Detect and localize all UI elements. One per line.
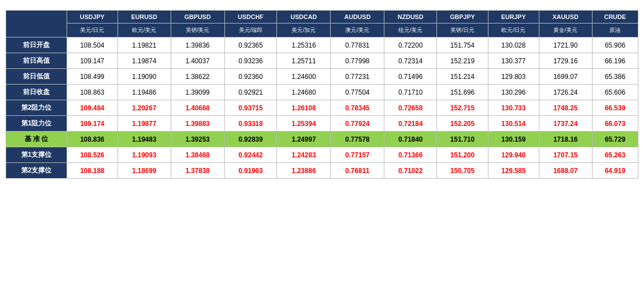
cell-1-2: 1.40037 — [171, 53, 224, 69]
col-header-USDCHF: USDCHF — [224, 11, 277, 24]
col-header-AUDUSD: AUDUSD — [331, 11, 384, 24]
col-sub-USDJPY: 美元/日元 — [67, 24, 117, 38]
col-sub-CRUDE: 原油 — [592, 24, 638, 38]
cell-0-6: 0.72200 — [384, 38, 437, 53]
cell-0-0: 108.504 — [67, 38, 117, 53]
col-sub-USDCHF: 美元/瑞郎 — [224, 24, 277, 38]
cell-6-3: 0.92839 — [224, 132, 277, 147]
col-header-USDJPY: USDJPY — [67, 11, 117, 24]
cell-5-4: 1.25394 — [277, 116, 331, 132]
cell-5-9: 1737.24 — [539, 116, 592, 132]
row-label-5: 第1阻力位 — [6, 116, 67, 132]
row-label-8: 第2支撑位 — [6, 163, 67, 179]
cell-8-6: 0.71022 — [384, 163, 437, 179]
cell-5-3: 0.93318 — [224, 116, 277, 132]
row-label-6: 基 准 位 — [6, 132, 67, 147]
row-label-2: 前日低值 — [6, 69, 67, 85]
cell-1-9: 1729.16 — [539, 53, 592, 69]
cell-6-7: 151.710 — [437, 132, 488, 147]
cell-1-0: 109.147 — [67, 53, 117, 69]
cell-1-3: 0.93236 — [224, 53, 277, 69]
cell-0-9: 1721.90 — [539, 38, 592, 53]
cell-8-4: 1.23886 — [277, 163, 331, 179]
col-header-EURJPY: EURJPY — [488, 11, 539, 24]
cell-8-7: 150.705 — [437, 163, 488, 179]
cell-8-0: 108.188 — [67, 163, 117, 179]
row-label-0: 前日开盘 — [6, 38, 67, 53]
cell-8-10: 64.919 — [592, 163, 638, 179]
cell-3-2: 1.39099 — [171, 85, 224, 100]
cell-0-5: 0.77831 — [331, 38, 384, 53]
col-sub-EURUSD: 欧元/美元 — [117, 24, 171, 38]
cell-3-9: 1726.24 — [539, 85, 592, 100]
cell-5-10: 66.073 — [592, 116, 638, 132]
cell-0-8: 130.028 — [488, 38, 539, 53]
table-row: 第2阻力位109.4841.202671.406680.937151.26108… — [6, 100, 638, 116]
cell-6-2: 1.39253 — [171, 132, 224, 147]
cell-6-1: 1.19483 — [117, 132, 171, 147]
cell-1-5: 0.77998 — [331, 53, 384, 69]
cell-2-3: 0.92360 — [224, 69, 277, 85]
cell-2-10: 65.386 — [592, 69, 638, 85]
cell-4-0: 109.484 — [67, 100, 117, 116]
table-row: 基 准 位108.8361.194831.392530.928391.24997… — [6, 132, 638, 147]
cell-8-3: 0.91963 — [224, 163, 277, 179]
cell-0-4: 1.25316 — [277, 38, 331, 53]
cell-7-3: 0.92442 — [224, 147, 277, 163]
cell-1-7: 152.219 — [437, 53, 488, 69]
cell-7-4: 1.24283 — [277, 147, 331, 163]
cell-1-4: 1.25711 — [277, 53, 331, 69]
row-label-7: 第1支撑位 — [6, 147, 67, 163]
cell-7-7: 151.200 — [437, 147, 488, 163]
cell-1-8: 130.377 — [488, 53, 539, 69]
cell-6-8: 130.159 — [488, 132, 539, 147]
cell-7-9: 1707.15 — [539, 147, 592, 163]
cell-3-0: 108.863 — [67, 85, 117, 100]
col-header-CRUDE: CRUDE — [592, 11, 638, 24]
table-row: 第1阻力位109.1741.198771.398830.933181.25394… — [6, 116, 638, 132]
cell-4-3: 0.93715 — [224, 100, 277, 116]
col-sub-GBPJPY: 英镑/日元 — [437, 24, 488, 38]
cell-0-10: 65.906 — [592, 38, 638, 53]
table-row: 前日高值109.1471.198741.400370.932361.257110… — [6, 53, 638, 69]
cell-6-10: 65.729 — [592, 132, 638, 147]
cell-3-4: 1.24680 — [277, 85, 331, 100]
cell-5-6: 0.72184 — [384, 116, 437, 132]
cell-2-9: 1699.07 — [539, 69, 592, 85]
cell-3-5: 0.77504 — [331, 85, 384, 100]
cell-4-6: 0.72658 — [384, 100, 437, 116]
cell-4-9: 1748.25 — [539, 100, 592, 116]
cell-6-5: 0.77578 — [331, 132, 384, 147]
cell-8-5: 0.76811 — [331, 163, 384, 179]
category-header — [6, 11, 67, 38]
cell-4-4: 1.26108 — [277, 100, 331, 116]
col-header-USDCAD: USDCAD — [277, 11, 331, 24]
col-header-XAUUSD: XAUUSD — [539, 11, 592, 24]
row-label-4: 第2阻力位 — [6, 100, 67, 116]
cell-6-0: 108.836 — [67, 132, 117, 147]
cell-6-6: 0.71840 — [384, 132, 437, 147]
cell-7-2: 1.38468 — [171, 147, 224, 163]
cell-8-8: 129.585 — [488, 163, 539, 179]
table-row: 第1支撑位108.5261.190931.384680.924421.24283… — [6, 147, 638, 163]
cell-3-10: 65.606 — [592, 85, 638, 100]
cell-1-10: 66.196 — [592, 53, 638, 69]
cell-0-7: 151.754 — [437, 38, 488, 53]
cell-4-5: 0.78345 — [331, 100, 384, 116]
cell-8-2: 1.37838 — [171, 163, 224, 179]
col-header-EURUSD: EURUSD — [117, 11, 171, 24]
cell-4-7: 152.715 — [437, 100, 488, 116]
cell-2-4: 1.24600 — [277, 69, 331, 85]
cell-5-0: 109.174 — [67, 116, 117, 132]
cell-7-1: 1.19093 — [117, 147, 171, 163]
cell-4-2: 1.40668 — [171, 100, 224, 116]
table-row: 前日收盘108.8631.194861.390990.929211.246800… — [6, 85, 638, 100]
data-table: USDJPYEURUSDGBPUSDUSDCHFUSDCADAUDUSDNZDU… — [6, 10, 638, 179]
cell-7-10: 65.263 — [592, 147, 638, 163]
cell-7-5: 0.77157 — [331, 147, 384, 163]
cell-1-6: 0.72314 — [384, 53, 437, 69]
cell-0-1: 1.19821 — [117, 38, 171, 53]
cell-6-9: 1718.16 — [539, 132, 592, 147]
cell-5-2: 1.39883 — [171, 116, 224, 132]
col-sub-XAUUSD: 黄金/美元 — [539, 24, 592, 38]
